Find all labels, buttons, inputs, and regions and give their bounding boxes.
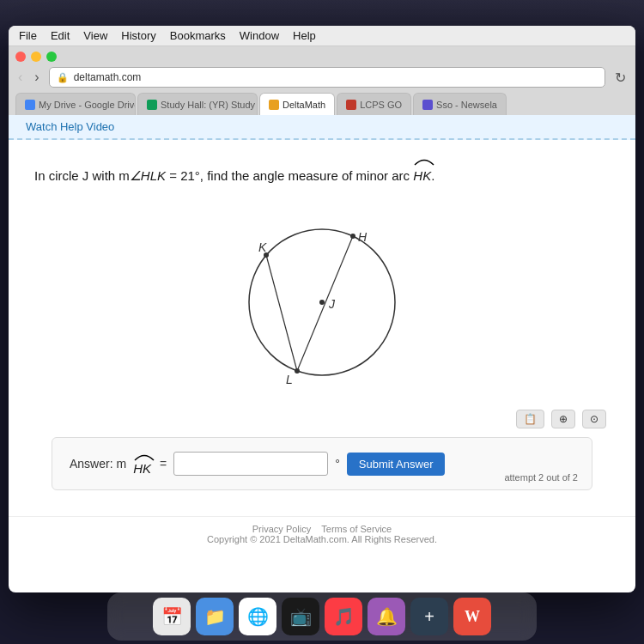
- svg-text:L: L: [286, 373, 293, 386]
- svg-text:K: K: [258, 240, 267, 254]
- svg-text:H: H: [358, 230, 368, 244]
- notes-button[interactable]: 📋: [516, 410, 544, 428]
- address-bar[interactable]: 🔒 deltamath.com: [49, 67, 605, 88]
- tab-favicon-lcps: [346, 100, 356, 110]
- dock-appletv[interactable]: 📺: [282, 598, 319, 635]
- attempt-text: attempt 2 out of 2: [504, 472, 578, 483]
- tab-label-drive: My Drive - Google Drive: [39, 100, 136, 110]
- problem-suffix: .: [431, 168, 434, 183]
- back-button[interactable]: ‹: [15, 70, 25, 85]
- tab-favicon-drive: [25, 100, 35, 110]
- traffic-lights-row: [15, 52, 629, 62]
- tab-google-drive[interactable]: My Drive - Google Drive: [15, 93, 136, 115]
- toolbar-row: ‹ › 🔒 deltamath.com ↻: [15, 67, 629, 88]
- svg-point-7: [295, 368, 300, 374]
- menu-bar: File Edit View History Bookmarks Window …: [9, 26, 635, 46]
- refresh-button[interactable]: ↻: [612, 70, 629, 86]
- degree-symbol: °: [335, 457, 340, 471]
- answer-label: Answer: m: [70, 457, 126, 471]
- dock-notifications[interactable]: 🔔: [368, 598, 405, 635]
- footer-privacy[interactable]: Privacy Policy: [252, 524, 311, 534]
- answer-arc-symbol: HK: [133, 453, 151, 476]
- tab-deltamath[interactable]: DeltaMath: [259, 93, 335, 115]
- page-content: Watch Help Video In circle J with m∠HLK …: [9, 115, 635, 570]
- arc-letters-label: HK: [133, 461, 151, 476]
- arc-symbol-answer: [133, 453, 155, 461]
- problem-area: In circle J with m∠HLK = 21°, find the a…: [9, 140, 635, 516]
- tab-favicon-study: [147, 100, 157, 110]
- diagram-container: J K H: [34, 204, 610, 392]
- tabs-row: My Drive - Google Drive Study Hall: (YR)…: [15, 93, 629, 115]
- tab-label-delta: DeltaMath: [283, 100, 325, 110]
- dock-plus[interactable]: +: [410, 598, 448, 635]
- watch-help-text: Watch Help Video: [26, 120, 114, 133]
- url-text: deltamath.com: [74, 71, 142, 83]
- svg-point-6: [350, 234, 355, 239]
- browser-chrome: ‹ › 🔒 deltamath.com ↻ My Drive - Google …: [9, 46, 635, 115]
- problem-statement: In circle J with m∠HLK = 21°, find the a…: [34, 157, 610, 186]
- tab-study-hall[interactable]: Study Hall: (YR) Study Ha...: [137, 93, 258, 115]
- tab-lcpsgo[interactable]: LCPS GO: [337, 93, 411, 115]
- menu-view[interactable]: View: [83, 29, 107, 42]
- watch-help-bar[interactable]: Watch Help Video: [9, 115, 635, 140]
- tool-btn-2[interactable]: ⊕: [551, 410, 575, 428]
- footer-terms[interactable]: Terms of Service: [321, 524, 392, 534]
- angle-notation: ∠HLK = 21°, find the angle measure of mi…: [130, 168, 413, 183]
- dock-calendar[interactable]: 📅: [153, 598, 191, 635]
- dock-word[interactable]: W: [453, 598, 491, 635]
- answer-input[interactable]: [173, 452, 328, 476]
- arc-symbol-svg: [413, 157, 435, 166]
- browser-window: File Edit View History Bookmarks Window …: [9, 26, 635, 592]
- answer-area: Answer: m HK = ° Submit Answer attempt 2…: [52, 437, 592, 490]
- tab-label-lcps: LCPS GO: [360, 100, 402, 110]
- menu-help[interactable]: Help: [293, 29, 316, 42]
- fullscreen-button[interactable]: [46, 52, 57, 62]
- minimize-button[interactable]: [31, 52, 41, 62]
- menu-bookmarks[interactable]: Bookmarks: [170, 29, 226, 42]
- tab-favicon-news: [422, 100, 433, 110]
- svg-text:J: J: [328, 297, 336, 311]
- menu-edit[interactable]: Edit: [51, 29, 70, 42]
- menu-file[interactable]: File: [19, 29, 37, 42]
- dock-music[interactable]: 🎵: [325, 598, 362, 635]
- circle-diagram: J K H: [228, 204, 416, 392]
- page-footer: Privacy Policy Terms of Service Copyrigh…: [9, 516, 635, 551]
- tab-favicon-delta: [269, 100, 279, 110]
- menu-history[interactable]: History: [121, 29, 155, 42]
- tool-btn-3[interactable]: ⊙: [582, 410, 606, 428]
- dock-browser[interactable]: 🌐: [239, 598, 276, 635]
- svg-line-4: [297, 236, 353, 371]
- tab-label-study: Study Hall: (YR) Study Ha...: [161, 100, 258, 110]
- equals-sign: =: [160, 457, 167, 471]
- dock-finder[interactable]: 📁: [196, 598, 234, 635]
- tab-newsela[interactable]: Sso - Newsela: [413, 93, 507, 115]
- forward-button[interactable]: ›: [32, 70, 41, 85]
- arc-hk-label: HK: [413, 157, 431, 186]
- close-button[interactable]: [15, 52, 26, 62]
- tab-label-news: Sso - Newsela: [436, 100, 497, 110]
- footer-copyright: Copyright © 2021 DeltaMath.com. All Righ…: [207, 534, 437, 544]
- submit-button[interactable]: Submit Answer: [347, 453, 446, 476]
- problem-prefix: In circle J with m: [34, 168, 130, 183]
- tools-row: 📋 ⊕ ⊙: [34, 410, 610, 428]
- menu-window[interactable]: Window: [240, 29, 279, 42]
- dock: 📅 📁 🌐 📺 🎵 🔔 + W: [107, 592, 537, 641]
- lock-icon: 🔒: [57, 72, 69, 83]
- svg-point-1: [319, 300, 325, 305]
